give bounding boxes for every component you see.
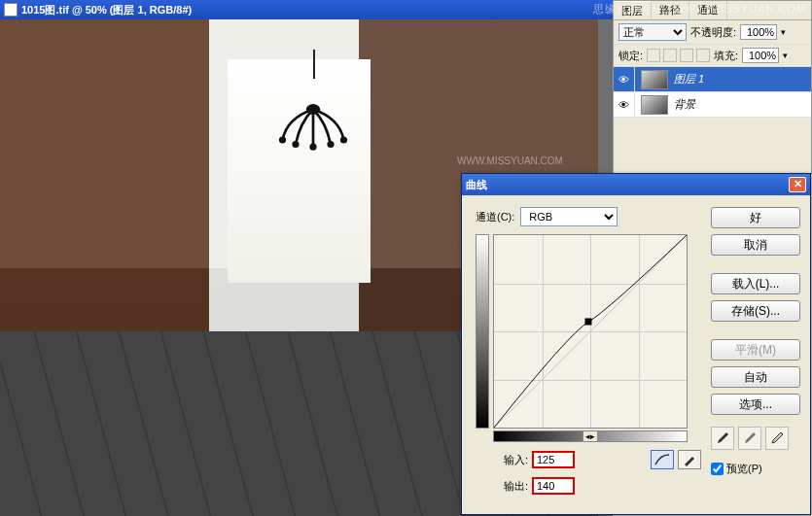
cancel-button[interactable]: 取消 xyxy=(711,234,800,256)
svg-point-4 xyxy=(327,141,334,148)
lock-row: 锁定: 填充: ▾ xyxy=(614,45,811,67)
document-title: 1015图.tif @ 50% (图层 1, RGB/8#) xyxy=(21,3,192,17)
panel-tabs: 图层 路径 通道 xyxy=(614,1,811,20)
opacity-label: 不透明度: xyxy=(690,25,736,40)
channel-select[interactable]: RGB xyxy=(520,207,618,226)
svg-point-3 xyxy=(292,141,299,148)
chandelier-graphic xyxy=(269,79,357,166)
close-icon[interactable]: ✕ xyxy=(789,177,806,192)
lock-all-icon[interactable] xyxy=(696,49,710,62)
eyedropper-white-icon[interactable] xyxy=(765,427,789,450)
chevron-down-icon[interactable]: ▾ xyxy=(783,51,788,60)
layer-thumbnail[interactable] xyxy=(641,70,668,89)
fill-input[interactable] xyxy=(742,48,779,63)
layer-name: 背景 xyxy=(674,97,695,112)
auto-button[interactable]: 自动 xyxy=(711,366,800,388)
vertical-gradient xyxy=(476,234,489,429)
ok-button[interactable]: 好 xyxy=(711,207,800,228)
horizontal-gradient: ◂▸ xyxy=(493,430,688,442)
fill-label: 填充: xyxy=(714,49,738,63)
visibility-eye-icon[interactable]: 👁 xyxy=(614,92,635,118)
pencil-tool-icon[interactable] xyxy=(678,450,701,469)
curves-titlebar[interactable]: 曲线 ✕ xyxy=(462,174,810,195)
lock-pixels-icon[interactable] xyxy=(663,49,677,62)
options-button[interactable]: 选项... xyxy=(711,394,800,415)
load-button[interactable]: 载入(L)... xyxy=(711,273,800,294)
svg-point-5 xyxy=(309,144,316,151)
blend-row: 正常 不透明度: ▾ xyxy=(614,20,811,45)
chevron-down-icon[interactable]: ▾ xyxy=(781,27,786,37)
input-label: 输入: xyxy=(493,453,528,467)
output-label: 输出: xyxy=(493,479,528,494)
eyedropper-black-icon[interactable] xyxy=(711,427,734,450)
lock-position-icon[interactable] xyxy=(680,49,693,62)
opacity-input[interactable] xyxy=(740,24,777,40)
save-button[interactable]: 存储(S)... xyxy=(711,300,800,322)
document-icon xyxy=(4,3,18,17)
svg-point-1 xyxy=(279,137,286,144)
tab-paths[interactable]: 路径 xyxy=(652,1,689,19)
preview-label: 预览(P) xyxy=(726,462,762,476)
layer-thumbnail[interactable] xyxy=(641,95,668,115)
curves-dialog: 曲线 ✕ 通道(C): RGB xyxy=(461,173,811,515)
channel-label: 通道(C): xyxy=(476,210,514,224)
visibility-eye-icon[interactable]: 👁 xyxy=(614,67,635,92)
document-titlebar: 1015图.tif @ 50% (图层 1, RGB/8#) xyxy=(0,0,613,19)
layer-item[interactable]: 👁 背景 xyxy=(614,92,811,118)
curve-point[interactable] xyxy=(585,319,592,326)
lock-transparency-icon[interactable] xyxy=(647,49,660,62)
gradient-toggle-icon[interactable]: ◂▸ xyxy=(583,430,598,442)
blend-mode-select[interactable]: 正常 xyxy=(618,23,687,41)
tab-channels[interactable]: 通道 xyxy=(689,1,727,19)
preview-checkbox[interactable] xyxy=(711,463,724,475)
smooth-button: 平滑(M) xyxy=(711,339,800,361)
layer-name: 图层 1 xyxy=(674,72,704,86)
layers-panel: 图层 路径 通道 正常 不透明度: ▾ 锁定: 填充: ▾ 👁 图层 1 👁 背… xyxy=(613,0,812,175)
layer-list: 👁 图层 1 👁 背景 xyxy=(614,67,811,118)
curve-graph[interactable] xyxy=(493,234,688,429)
tab-layers[interactable]: 图层 xyxy=(614,1,652,19)
lock-label: 锁定: xyxy=(618,49,643,63)
svg-line-6 xyxy=(494,235,687,428)
curve-tool-icon[interactable] xyxy=(651,450,674,469)
lock-icons xyxy=(647,49,710,62)
layer-item[interactable]: 👁 图层 1 xyxy=(614,67,811,92)
preview-checkbox-row[interactable]: 预览(P) xyxy=(711,462,800,476)
eyedropper-gray-icon[interactable] xyxy=(738,427,761,450)
curves-title: 曲线 xyxy=(466,178,487,192)
input-value[interactable] xyxy=(532,451,575,468)
svg-point-2 xyxy=(340,137,347,144)
output-value[interactable] xyxy=(532,477,575,495)
